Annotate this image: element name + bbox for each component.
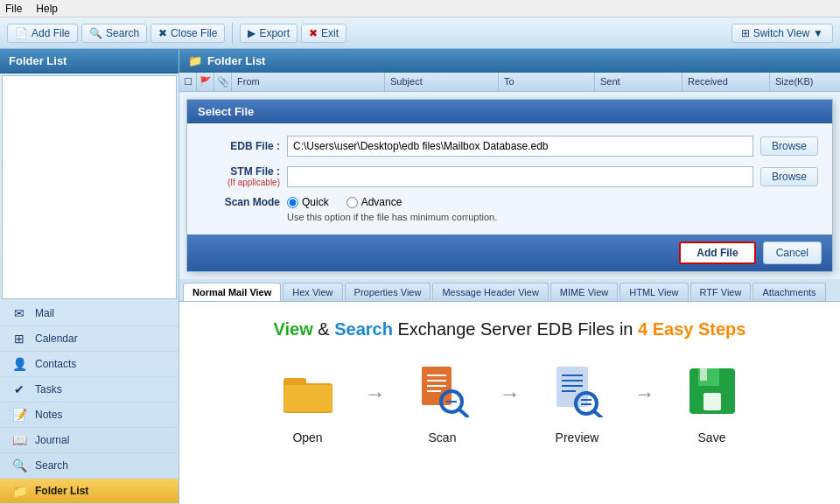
toolbar: 📄 Add File 🔍 Search ✖ Close File ▶ Expor…: [0, 18, 840, 49]
switch-view-chevron: ▼: [813, 27, 823, 39]
add-file-button[interactable]: 📄 Add File: [7, 24, 78, 43]
th-sent: Sent: [595, 73, 682, 91]
sidebar-item-search[interactable]: 🔍 Search: [0, 453, 178, 479]
export-icon: ▶: [248, 27, 256, 39]
step-save: Save: [664, 360, 760, 444]
sidebar-item-journal[interactable]: 📖 Journal: [0, 428, 178, 453]
search-label: Search: [106, 27, 139, 39]
close-file-button[interactable]: ✖ Close File: [150, 24, 225, 43]
tab-normal-mail[interactable]: Normal Mail View: [183, 283, 281, 301]
th-flag: 🚩: [197, 73, 214, 91]
scan-label: Scan Mode: [201, 196, 280, 208]
arrow-1: →: [365, 382, 386, 406]
stm-input[interactable]: [287, 166, 753, 187]
contacts-icon: 👤: [10, 357, 28, 371]
search-button[interactable]: 🔍 Search: [81, 24, 147, 43]
nav-mail-label: Mail: [35, 307, 54, 319]
exit-button[interactable]: ✖ Exit: [301, 24, 346, 43]
tab-hex[interactable]: Hex View: [283, 283, 342, 301]
dialog-title: Select File: [187, 100, 832, 123]
title-mid: Exchange Server EDB Files in: [393, 319, 638, 339]
search-icon: 🔍: [89, 27, 102, 39]
welcome-title: View & Search Exchange Server EDB Files …: [206, 319, 814, 340]
quick-radio[interactable]: [287, 197, 298, 208]
exit-icon: ✖: [309, 27, 318, 39]
svg-rect-22: [704, 393, 721, 410]
stm-sub-label: (If applicable): [201, 178, 280, 187]
tab-html[interactable]: HTML View: [620, 283, 688, 301]
th-size: Size(KB): [770, 73, 840, 91]
notes-icon: 📝: [10, 408, 28, 422]
stm-browse-button[interactable]: Browse: [760, 167, 818, 186]
step-scan: Scan: [395, 360, 491, 444]
step-preview: Preview: [529, 360, 626, 444]
mail-icon: ✉: [10, 306, 28, 320]
menu-bar: File Help: [0, 0, 840, 18]
sidebar-item-folder-list[interactable]: 📁 Folder List: [0, 479, 178, 504]
arrow-3: →: [634, 382, 655, 406]
add-file-label: Add File: [32, 27, 70, 39]
tab-attachments[interactable]: Attachments: [752, 283, 825, 301]
save-icon: [682, 360, 743, 422]
dialog-add-file-button[interactable]: Add File: [679, 242, 755, 264]
edb-label: EDB File :: [201, 140, 280, 152]
th-attach: 📎: [214, 73, 232, 91]
nav-search-label: Search: [35, 459, 68, 472]
content-header-icon: 📁: [188, 54, 202, 67]
search-nav-icon: 🔍: [10, 458, 28, 472]
sidebar-item-notes[interactable]: 📝 Notes: [0, 402, 178, 428]
sidebar-item-tasks[interactable]: ✔ Tasks: [0, 377, 178, 402]
nav-journal-label: Journal: [35, 434, 69, 446]
sidebar-tree: [2, 75, 177, 299]
export-button[interactable]: ▶ Export: [240, 24, 298, 43]
menu-file[interactable]: File: [5, 3, 22, 15]
sidebar-item-contacts[interactable]: 👤 Contacts: [0, 352, 178, 377]
stm-label: STM File :: [201, 165, 280, 178]
step-open-label: Open: [292, 430, 322, 444]
sidebar-item-calendar[interactable]: ⊞ Calendar: [0, 326, 178, 352]
nav-contacts-label: Contacts: [35, 358, 76, 370]
edb-input[interactable]: [287, 136, 753, 157]
advance-radio[interactable]: [346, 197, 358, 208]
arrow-2: →: [500, 382, 521, 406]
steps-row: Open →: [206, 360, 814, 444]
tab-message-header[interactable]: Message Header View: [432, 283, 548, 301]
th-from: From: [232, 73, 385, 91]
quick-option[interactable]: Quick: [287, 196, 329, 208]
sidebar-header: Folder List: [0, 49, 178, 74]
advance-label: Advance: [361, 196, 402, 208]
main-layout: Folder List ✉ Mail ⊞ Calendar 👤 Contacts…: [0, 49, 840, 504]
content-header-title: Folder List: [207, 54, 265, 67]
tabs-bar: Normal Mail View Hex View Properties Vie…: [179, 279, 840, 302]
quick-label: Quick: [302, 196, 329, 208]
close-file-label: Close File: [171, 27, 217, 39]
select-file-dialog: Select File EDB File : Browse STM File :…: [186, 99, 833, 272]
title-search: Search: [334, 319, 393, 339]
exit-label: Exit: [321, 27, 339, 39]
dialog-footer: Add File Cancel: [187, 234, 832, 271]
nav-folder-list-label: Folder List: [35, 485, 88, 497]
th-check: ☐: [179, 73, 197, 91]
toolbar-separator: [232, 23, 233, 44]
sidebar-nav: ✉ Mail ⊞ Calendar 👤 Contacts ✔ Tasks 📝 N…: [0, 301, 178, 504]
tab-rtf[interactable]: RTF View: [690, 283, 752, 301]
tasks-icon: ✔: [10, 382, 28, 396]
switch-view-button[interactable]: ⊞ Switch View ▼: [732, 24, 833, 43]
step-open: Open: [260, 360, 356, 444]
tab-mime[interactable]: MIME View: [550, 283, 618, 301]
menu-help[interactable]: Help: [36, 3, 58, 15]
content-area: 📁 Folder List ☐ 🚩 📎 From Subject To Sent…: [179, 49, 840, 504]
dialog-body: EDB File : Browse STM File : (If applica…: [187, 123, 832, 234]
sidebar: Folder List ✉ Mail ⊞ Calendar 👤 Contacts…: [0, 49, 179, 504]
dialog-cancel-button[interactable]: Cancel: [763, 242, 822, 264]
svg-rect-2: [284, 385, 332, 411]
tab-properties[interactable]: Properties View: [345, 283, 431, 301]
edb-browse-button[interactable]: Browse: [760, 136, 818, 156]
sidebar-item-mail[interactable]: ✉ Mail: [0, 301, 178, 326]
nav-notes-label: Notes: [35, 409, 62, 421]
content-header: 📁 Folder List: [179, 49, 840, 73]
step-preview-label: Preview: [556, 430, 599, 444]
advance-option[interactable]: Advance: [346, 196, 402, 208]
preview-icon: [547, 360, 608, 422]
scan-hint: Use this option if the file has minimum …: [287, 212, 818, 222]
